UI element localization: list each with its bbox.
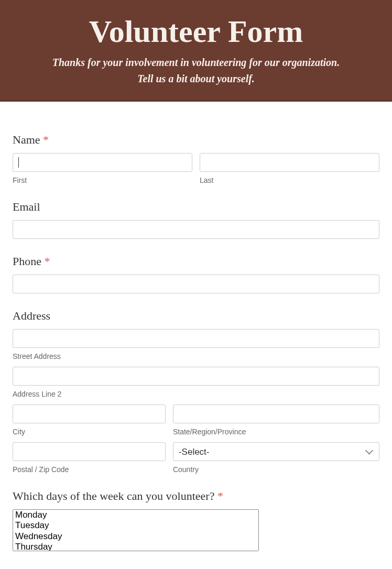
address-label: Address	[13, 309, 379, 323]
first-name-sublabel: First	[13, 176, 192, 184]
form-header: Volunteer Form Thanks for your involveme…	[0, 0, 392, 102]
required-star: *	[43, 133, 49, 146]
days-field-group: Which days of the week can you volunteer…	[13, 489, 379, 552]
required-star: *	[45, 255, 50, 268]
day-option[interactable]: Tuesday	[13, 520, 258, 531]
city-input[interactable]	[13, 404, 166, 423]
street-address-sublabel: Street Address	[13, 352, 379, 360]
email-label: Email	[13, 200, 379, 214]
first-name-input[interactable]	[13, 153, 192, 172]
day-option[interactable]: Monday	[13, 510, 258, 520]
phone-field-group: Phone *	[13, 255, 379, 293]
city-sublabel: City	[13, 428, 166, 436]
days-select[interactable]: Monday Tuesday Wednesday Thursday	[13, 509, 259, 551]
postal-sublabel: Postal / Zip Code	[13, 465, 166, 474]
days-label: Which days of the week can you volunteer…	[13, 489, 379, 503]
day-option[interactable]: Wednesday	[13, 531, 258, 542]
last-name-sublabel: Last	[200, 176, 379, 184]
state-input[interactable]	[173, 404, 379, 423]
address-line2-sublabel: Address Line 2	[13, 390, 379, 398]
email-field-group: Email	[13, 200, 379, 239]
email-input[interactable]	[13, 220, 379, 239]
address-field-group: Address Street Address Address Line 2 Ci…	[13, 309, 379, 474]
name-label: Name *	[13, 133, 379, 147]
form-title: Volunteer Form	[10, 16, 382, 47]
country-sublabel: Country	[173, 465, 379, 474]
address-line2-input[interactable]	[13, 367, 379, 386]
street-address-input[interactable]	[13, 329, 379, 348]
phone-label: Phone *	[13, 255, 379, 268]
day-option[interactable]: Thursday	[13, 542, 258, 551]
form-subtitle: Thanks for your involvement in volunteer…	[10, 54, 382, 87]
country-select[interactable]: -Select-	[173, 442, 379, 461]
form-body: Name * First Last Email Phone * Address	[0, 102, 392, 569]
state-sublabel: State/Region/Province	[173, 428, 379, 436]
phone-input[interactable]	[13, 275, 379, 293]
required-star: *	[217, 489, 223, 502]
name-field-group: Name * First Last	[13, 133, 379, 184]
postal-input[interactable]	[13, 442, 166, 461]
last-name-input[interactable]	[200, 153, 379, 172]
